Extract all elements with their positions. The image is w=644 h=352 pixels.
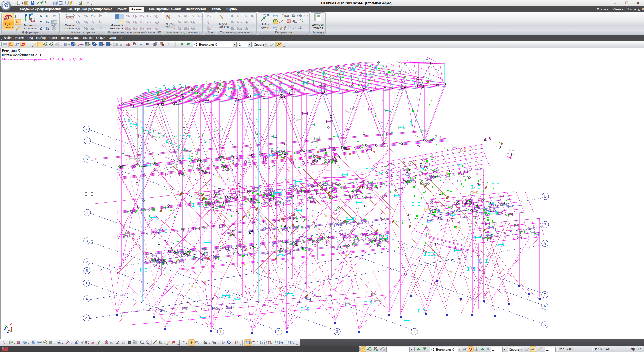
svg-text:D: D xyxy=(57,44,59,47)
svg-text:Y: Y xyxy=(4,327,6,332)
svg-text:D: D xyxy=(45,44,47,47)
svg-text:4: 4 xyxy=(413,330,415,334)
svg-text:Z: Z xyxy=(10,322,12,326)
svg-text:1: 1 xyxy=(220,330,222,334)
svg-text:xy: xy xyxy=(204,341,207,344)
svg-text:7: 7 xyxy=(544,293,546,297)
svg-text:B: B xyxy=(85,341,87,344)
svg-text:G: G xyxy=(30,16,35,23)
svg-text:5: 5 xyxy=(86,157,88,161)
svg-text:D: D xyxy=(369,348,372,352)
svg-text:3: 3 xyxy=(336,330,338,334)
svg-text:D: D xyxy=(51,44,53,47)
svg-text:4: 4 xyxy=(86,211,88,215)
svg-text:f: f xyxy=(284,26,286,30)
svg-text:1,2): 1,2) xyxy=(285,15,289,17)
svg-text:7: 7 xyxy=(85,127,87,131)
svg-text:5: 5 xyxy=(544,323,546,327)
svg-text:n: n xyxy=(100,43,101,46)
svg-text:3: 3 xyxy=(86,239,88,243)
svg-text:{?!}: {?!} xyxy=(297,14,302,17)
svg-text:1,2): 1,2) xyxy=(113,43,118,46)
svg-text:⦻: ⦻ xyxy=(120,43,122,46)
svg-text:2: 2 xyxy=(278,330,280,334)
svg-text:xz: xz xyxy=(195,341,198,344)
svg-text:Б: Б xyxy=(86,297,88,301)
svg-text:Б: Б xyxy=(544,223,547,227)
svg-text:6: 6 xyxy=(544,304,546,308)
svg-text:Σ↓: Σ↓ xyxy=(292,14,295,18)
svg-text:L: L xyxy=(159,340,161,344)
svg-text:В: В xyxy=(86,269,88,273)
svg-text:hs: hs xyxy=(294,21,297,24)
svg-text:a(X): a(X) xyxy=(51,24,56,26)
svg-text:D: D xyxy=(376,348,378,352)
svg-text:В: В xyxy=(544,194,547,198)
svg-text:EF: EF xyxy=(58,341,61,344)
svg-text:1: 1 xyxy=(85,281,87,285)
svg-text:2: 2 xyxy=(86,260,88,264)
svg-text:6: 6 xyxy=(86,139,88,143)
svg-text:P: P xyxy=(133,43,135,46)
svg-text:А: А xyxy=(85,316,88,320)
svg-text:N: N xyxy=(107,43,108,46)
svg-text:N: N xyxy=(93,44,94,46)
svg-text:yz: yz xyxy=(213,341,216,344)
svg-text:А: А xyxy=(544,241,546,245)
svg-text:D: D xyxy=(383,348,385,352)
